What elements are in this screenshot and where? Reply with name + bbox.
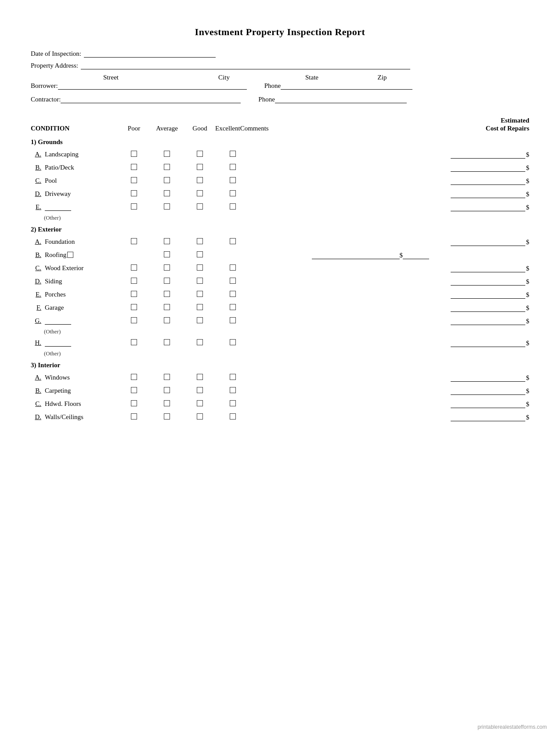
checkbox-good[interactable] <box>197 278 203 284</box>
checkbox-excellent[interactable] <box>230 374 236 380</box>
checkbox-good[interactable] <box>197 387 203 393</box>
checkbox-average[interactable] <box>164 203 170 210</box>
col-average-cell <box>149 151 184 159</box>
cost-line[interactable] <box>451 375 525 382</box>
checkbox-excellent[interactable] <box>230 151 236 157</box>
cost-line[interactable] <box>451 401 525 408</box>
checkbox-good[interactable] <box>197 264 203 271</box>
checkbox-excellent[interactable] <box>230 387 236 393</box>
checkbox-poor[interactable] <box>131 339 137 345</box>
checkbox-poor[interactable] <box>131 164 137 170</box>
checkbox-poor[interactable] <box>131 264 137 271</box>
checkbox-poor[interactable] <box>131 177 137 183</box>
checkbox-poor[interactable] <box>131 203 137 210</box>
checkbox-average[interactable] <box>164 251 170 257</box>
item-letter: C. <box>31 400 43 408</box>
checkbox-average[interactable] <box>164 317 170 323</box>
checkbox-excellent[interactable] <box>230 278 236 284</box>
cost-line[interactable] <box>451 191 525 198</box>
checkbox-poor[interactable] <box>131 304 137 310</box>
cost-cell: $ <box>433 401 529 408</box>
date-field[interactable] <box>84 51 216 58</box>
cost-line[interactable] <box>451 414 525 421</box>
cost-line[interactable] <box>451 265 525 272</box>
checkbox-good[interactable] <box>197 151 203 157</box>
address-field[interactable] <box>81 62 410 69</box>
cost-line[interactable] <box>451 279 525 286</box>
checkbox-good[interactable] <box>197 413 203 420</box>
checkbox-poor[interactable] <box>131 400 137 406</box>
borrower-field[interactable] <box>58 83 247 90</box>
col-average-cell <box>149 374 184 382</box>
checkbox-excellent[interactable] <box>230 413 236 420</box>
checkbox-poor[interactable] <box>131 317 137 323</box>
checkbox-excellent[interactable] <box>230 400 236 406</box>
checkbox-poor[interactable] <box>131 413 137 420</box>
checkbox-excellent[interactable] <box>230 317 236 323</box>
dollar-sign: $ <box>526 164 530 172</box>
checkbox-good[interactable] <box>197 291 203 297</box>
cost-line[interactable] <box>451 340 525 347</box>
cost-line[interactable] <box>451 152 525 159</box>
phone-field[interactable] <box>281 83 412 90</box>
checkbox-excellent[interactable] <box>230 291 236 297</box>
contractor-field[interactable] <box>61 96 241 103</box>
col-excellent-cell <box>215 238 250 246</box>
checkbox-excellent[interactable] <box>230 190 236 196</box>
other-label: (Other) <box>44 350 529 357</box>
checkbox-good[interactable] <box>197 304 203 310</box>
checkbox-excellent[interactable] <box>230 304 236 310</box>
checkbox-excellent[interactable] <box>230 177 236 183</box>
checkbox-average[interactable] <box>164 177 170 183</box>
checkbox-average[interactable] <box>164 264 170 271</box>
col-good-cell <box>184 317 215 325</box>
cost-line[interactable] <box>451 292 525 299</box>
checkbox-good[interactable] <box>197 190 203 196</box>
cost-line[interactable] <box>451 178 525 185</box>
phone2-field[interactable] <box>275 96 407 103</box>
checkbox-average[interactable] <box>164 387 170 393</box>
checkbox-average[interactable] <box>164 291 170 297</box>
checkbox-good[interactable] <box>197 251 203 257</box>
checkbox-average[interactable] <box>164 339 170 345</box>
checkbox-average[interactable] <box>164 413 170 420</box>
roofing-inline-checkbox[interactable] <box>67 252 73 258</box>
checkbox-excellent[interactable] <box>230 238 236 244</box>
checkbox-average[interactable] <box>164 374 170 380</box>
col-poor-cell <box>119 317 149 325</box>
checkbox-poor[interactable] <box>131 374 137 380</box>
checkbox-good[interactable] <box>197 400 203 406</box>
checkbox-good[interactable] <box>197 374 203 380</box>
checkbox-average[interactable] <box>164 238 170 244</box>
table-row: E.Porches$ <box>31 289 529 301</box>
checkbox-excellent[interactable] <box>230 264 236 271</box>
checkbox-poor[interactable] <box>131 387 137 393</box>
checkbox-poor[interactable] <box>131 190 137 196</box>
checkbox-poor[interactable] <box>131 238 137 244</box>
cost-line[interactable] <box>451 305 525 312</box>
checkbox-average[interactable] <box>164 400 170 406</box>
checkbox-good[interactable] <box>197 339 203 345</box>
checkbox-good[interactable] <box>197 164 203 170</box>
checkbox-poor[interactable] <box>131 151 137 157</box>
checkbox-poor[interactable] <box>131 278 137 284</box>
checkbox-good[interactable] <box>197 317 203 323</box>
checkbox-average[interactable] <box>164 278 170 284</box>
checkbox-average[interactable] <box>164 164 170 170</box>
cost-line[interactable] <box>451 388 525 395</box>
checkbox-good[interactable] <box>197 238 203 244</box>
checkbox-poor[interactable] <box>131 291 137 297</box>
checkbox-excellent[interactable] <box>230 339 236 345</box>
cost-line[interactable] <box>451 318 525 325</box>
checkbox-average[interactable] <box>164 304 170 310</box>
checkbox-excellent[interactable] <box>230 203 236 210</box>
cost-line[interactable] <box>451 165 525 172</box>
checkbox-average[interactable] <box>164 190 170 196</box>
checkbox-excellent[interactable] <box>230 164 236 170</box>
cost-line[interactable] <box>451 204 525 211</box>
checkbox-average[interactable] <box>164 151 170 157</box>
item-label: B.Carpeting <box>31 387 119 395</box>
checkbox-good[interactable] <box>197 177 203 183</box>
checkbox-good[interactable] <box>197 203 203 210</box>
cost-line[interactable] <box>451 239 525 246</box>
